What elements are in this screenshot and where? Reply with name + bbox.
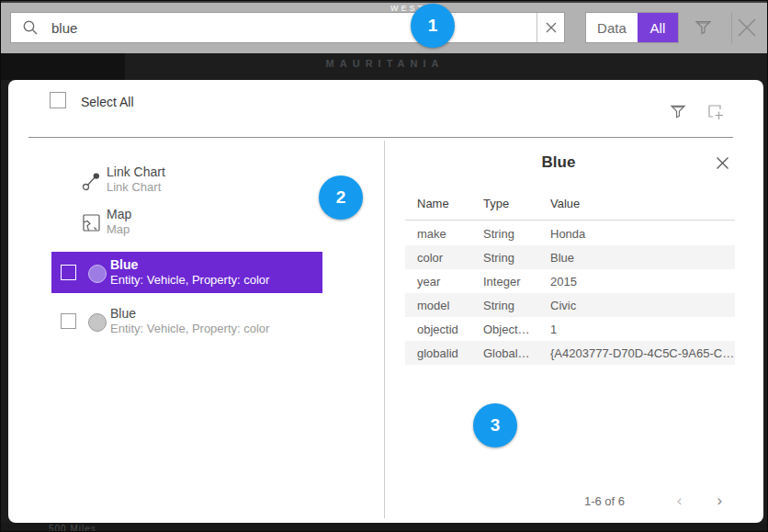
data-all-toggle: Data All (585, 12, 679, 43)
toolbar-divider (731, 12, 732, 43)
app-window: WESTER blue Data All MAURITANIA Sel (0, 0, 768, 532)
table-row: color String Blue (405, 245, 735, 269)
list-item-title: Blue (110, 306, 136, 321)
list-detail-divider (384, 141, 385, 518)
list-item-subtitle: Map (107, 222, 130, 236)
column-header-type: Type (483, 197, 509, 210)
list-item-blue[interactable]: Blue Entity: Vehicle, Property: color (51, 300, 322, 342)
detail-title: Blue (384, 153, 733, 172)
map-icon (82, 213, 101, 232)
map-label-mauritania: MAURITANIA (1, 58, 768, 69)
link-chart-icon (82, 172, 101, 191)
table-row: year Integer 2015 (405, 269, 735, 293)
table-row: make String Honda (405, 221, 735, 245)
column-header-name: Name (417, 197, 449, 210)
table-header-divider (405, 220, 735, 221)
item-checkbox[interactable] (61, 313, 76, 329)
search-results-panel: Select All Link Chart Link Chart Map Map (8, 80, 763, 523)
add-selection-icon[interactable] (706, 103, 725, 121)
panel-divider (28, 137, 733, 138)
list-item-title: Link Chart (107, 164, 165, 179)
clear-search-button[interactable] (536, 13, 564, 42)
table-row: objectid Object… 1 (405, 317, 735, 341)
column-header-value: Value (550, 197, 580, 210)
chevron-left-icon[interactable]: ‹ (676, 492, 683, 510)
list-item-title: Map (107, 207, 131, 221)
map-background-bottom: 500 Miles (1, 523, 768, 532)
toggle-option-data[interactable]: Data (586, 13, 638, 42)
map-background: MAURITANIA (1, 53, 768, 80)
search-toolbar: WESTER blue Data All (1, 1, 768, 53)
chevron-right-icon[interactable]: › (717, 492, 723, 510)
list-item-title: Blue (110, 257, 138, 272)
list-item-subtitle: Link Chart (107, 180, 161, 194)
entity-circle-icon (88, 313, 107, 332)
filter-icon[interactable] (695, 18, 712, 36)
select-all-label: Select All (81, 95, 134, 109)
filter-results-icon[interactable] (670, 103, 686, 119)
search-box[interactable]: blue (10, 12, 565, 43)
callout-badge-3: 3 (473, 403, 517, 447)
search-input[interactable]: blue (51, 20, 536, 36)
list-item-subtitle: Entity: Vehicle, Property: color (110, 322, 269, 335)
item-checkbox[interactable] (61, 265, 76, 280)
close-icon[interactable] (735, 16, 759, 40)
table-row: globalid Global… {A4203777-D70D-4C5C-9A6… (405, 341, 735, 365)
callout-badge-2: 2 (319, 175, 363, 220)
search-icon (22, 19, 39, 36)
clear-icon (546, 22, 557, 33)
list-item-blue-selected[interactable]: Blue Entity: Vehicle, Property: color (51, 252, 322, 293)
list-item-subtitle: Entity: Vehicle, Property: color (110, 273, 269, 287)
callout-badge-1: 1 (411, 4, 455, 48)
pagination-label: 1-6 of 6 (568, 494, 641, 508)
entity-circle-icon (88, 265, 107, 283)
table-row: model String Civic (405, 293, 735, 317)
map-scale-label: 500 Miles (49, 524, 96, 532)
toggle-option-all[interactable]: All (638, 13, 678, 42)
detail-close-icon[interactable] (716, 156, 729, 170)
select-all-checkbox[interactable] (50, 92, 66, 108)
